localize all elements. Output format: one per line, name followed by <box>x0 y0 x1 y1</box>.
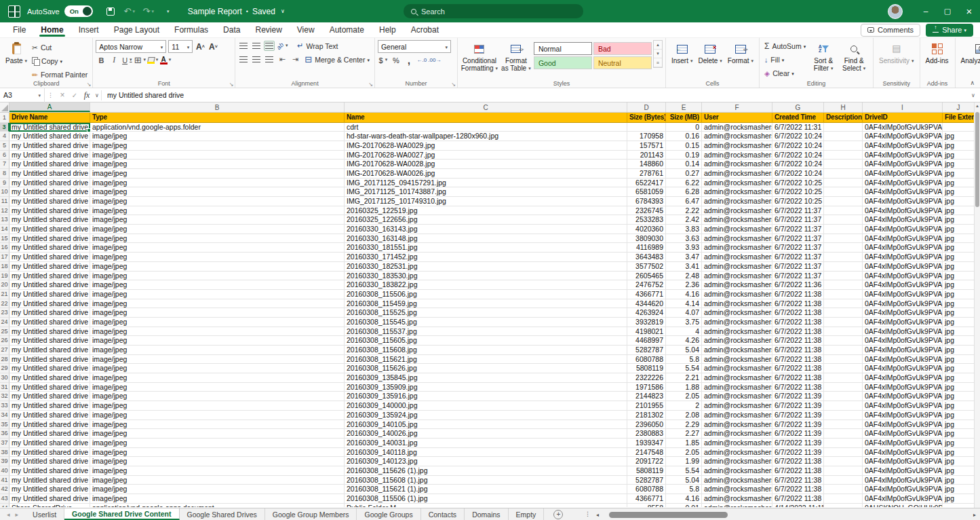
cell-H15[interactable] <box>824 234 863 244</box>
cell-D3[interactable] <box>627 123 666 132</box>
insert-cells-button[interactable]: Insert <box>669 40 696 67</box>
cell-H23[interactable] <box>824 308 863 318</box>
cell-C5[interactable]: IMG-20170628-WA0029.jpg <box>345 141 627 151</box>
cell-J34[interactable]: jpg <box>943 411 974 420</box>
cell-A27[interactable]: my Untitled shared drive <box>9 346 90 355</box>
menu-tab-acrobat[interactable]: Acrobat <box>404 23 446 37</box>
header-cell-C[interactable]: Name <box>345 113 627 123</box>
cell-F44[interactable]: admin@rocksmashers.cc <box>702 504 772 507</box>
cell-D43[interactable]: 4366771 <box>627 494 666 504</box>
cell-G8[interactable]: 6/7/2022 10:24 <box>772 169 824 179</box>
cell-I19[interactable]: 0AF4xlMp0ofGvUk9PVA <box>863 272 943 281</box>
row-number-8[interactable]: 8 <box>0 169 9 179</box>
copy-button[interactable]: Copy <box>30 55 90 67</box>
cell-G41[interactable]: 6/7/2022 11:38 <box>772 476 824 485</box>
cell-E12[interactable]: 2.22 <box>666 206 702 216</box>
decrease-font-button[interactable]: A˅ <box>208 41 218 52</box>
middle-align-button[interactable] <box>251 41 262 51</box>
scroll-up-icon[interactable] <box>975 103 980 109</box>
cell-D14[interactable]: 4020360 <box>627 225 666 234</box>
cell-E37[interactable]: 1.85 <box>666 439 702 448</box>
menu-tab-formulas[interactable]: Formulas <box>167 23 216 37</box>
cell-A16[interactable]: my Untitled shared drive <box>9 243 90 253</box>
analyze-data-button[interactable]: Analyze Data <box>958 40 980 66</box>
cell-G36[interactable]: 6/7/2022 11:39 <box>772 429 824 439</box>
bold-button[interactable]: B <box>96 55 106 65</box>
cell-J29[interactable]: jpg <box>943 364 974 373</box>
cell-F26[interactable]: admin@rocksmashers.cc <box>702 336 772 346</box>
cell-J9[interactable]: jpg <box>943 179 974 188</box>
cell-H38[interactable] <box>824 448 863 458</box>
cell-A19[interactable]: my Untitled shared drive <box>9 272 90 281</box>
cell-H33[interactable] <box>824 401 863 411</box>
cell-G7[interactable]: 6/7/2022 10:24 <box>772 160 824 169</box>
cell-E10[interactable]: 6.28 <box>666 187 702 197</box>
cell-H43[interactable] <box>824 494 863 504</box>
cell-J21[interactable]: jpg <box>943 290 974 299</box>
gallery-more-icon[interactable]: ≡ <box>654 58 662 67</box>
horizontal-scroll-thumb[interactable] <box>609 512 728 518</box>
cell-A37[interactable]: my Untitled shared drive <box>9 439 90 448</box>
cell-H3[interactable] <box>824 123 863 132</box>
cell-J14[interactable]: jpg <box>943 225 974 234</box>
cell-D17[interactable]: 3643483 <box>627 253 666 262</box>
cell-J30[interactable]: jpg <box>943 373 974 383</box>
cell-G30[interactable]: 6/7/2022 11:38 <box>772 373 824 383</box>
cell-F23[interactable]: admin@rocksmashers.cc <box>702 308 772 318</box>
cell-J13[interactable]: jpg <box>943 215 974 225</box>
cell-E32[interactable]: 2.05 <box>666 392 702 401</box>
cell-J18[interactable]: jpg <box>943 262 974 272</box>
cell-G21[interactable]: 6/7/2022 11:38 <box>772 290 824 299</box>
cell-E13[interactable]: 2.42 <box>666 215 702 225</box>
cell-E24[interactable]: 3.75 <box>666 318 702 327</box>
cell-I3[interactable]: 0AF4xlMp0ofGvUk9PVA <box>863 123 943 132</box>
cell-I33[interactable]: 0AF4xlMp0ofGvUk9PVA <box>863 401 943 411</box>
cell-H18[interactable] <box>824 262 863 272</box>
cell-D22[interactable]: 4344620 <box>627 299 666 309</box>
vertical-scrollbar[interactable] <box>974 103 980 508</box>
cell-E40[interactable]: 5.54 <box>666 466 702 476</box>
row-number-9[interactable]: 9 <box>0 179 9 188</box>
cell-A14[interactable]: my Untitled shared drive <box>9 225 90 234</box>
cell-G10[interactable]: 6/7/2022 10:25 <box>772 187 824 197</box>
cell-C28[interactable]: 20160308_115621.jpg <box>345 355 627 365</box>
gallery-down-icon[interactable]: ▾ <box>654 50 662 58</box>
menu-tab-data[interactable]: Data <box>216 23 248 37</box>
cell-B12[interactable]: image/jpeg <box>90 206 345 216</box>
cell-B38[interactable]: image/jpeg <box>90 448 345 458</box>
cell-B25[interactable]: image/jpeg <box>90 327 345 337</box>
cell-A25[interactable]: my Untitled shared drive <box>9 327 90 337</box>
cell-A10[interactable]: my Untitled shared drive <box>9 187 90 197</box>
cell-E15[interactable]: 3.63 <box>666 234 702 244</box>
cell-A34[interactable]: my Untitled shared drive <box>9 411 90 420</box>
cell-H35[interactable] <box>824 420 863 430</box>
header-cell-I[interactable]: DriveID <box>863 113 943 123</box>
cell-B37[interactable]: image/jpeg <box>90 439 345 448</box>
borders-button[interactable] <box>134 55 145 65</box>
cell-H36[interactable] <box>824 429 863 439</box>
cell-I39[interactable]: 0AF4xlMp0ofGvUk9PVA <box>863 457 943 466</box>
cell-B4[interactable]: image/jpeg <box>90 132 345 141</box>
row-number-36[interactable]: 36 <box>0 429 9 439</box>
orientation-button[interactable] <box>277 41 288 51</box>
cell-I35[interactable]: 0AF4xlMp0ofGvUk9PVA <box>863 420 943 430</box>
cell-H12[interactable] <box>824 206 863 216</box>
cell-I10[interactable]: 0AF4xlMp0ofGvUk9PVA <box>863 187 943 197</box>
cell-A13[interactable]: my Untitled shared drive <box>9 215 90 225</box>
cell-F9[interactable]: admin@rocksmashers.cc <box>702 179 772 188</box>
row-number-1[interactable]: 1 <box>0 113 9 123</box>
underline-button[interactable]: U <box>121 55 132 65</box>
cell-F5[interactable]: admin@rocksmashers.cc <box>702 141 772 151</box>
cell-J40[interactable]: jpg <box>943 466 974 476</box>
cell-E4[interactable]: 0.16 <box>666 132 702 141</box>
minimize-button[interactable] <box>915 0 937 22</box>
cell-G9[interactable]: 6/7/2022 10:25 <box>772 179 824 188</box>
font-dialog-launcher[interactable] <box>229 81 234 88</box>
row-number-5[interactable]: 5 <box>0 141 9 151</box>
cell-B19[interactable]: image/jpeg <box>90 272 345 281</box>
cell-J20[interactable]: jpg <box>943 280 974 290</box>
cell-D18[interactable]: 3577502 <box>627 262 666 272</box>
cell-E8[interactable]: 0.27 <box>666 169 702 179</box>
autosum-button[interactable]: AutoSum <box>762 40 808 52</box>
cell-C39[interactable]: 20160309_140123.jpg <box>345 457 627 466</box>
